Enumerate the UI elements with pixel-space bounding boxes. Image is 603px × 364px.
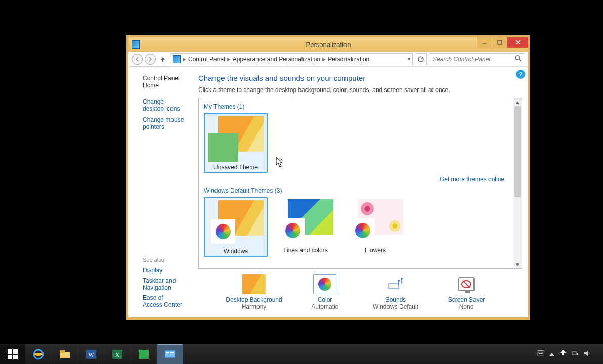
theme-preview [208, 116, 264, 162]
window-title: Personalization [128, 41, 528, 49]
setting-screen-saver[interactable]: Screen Saver None [431, 274, 502, 310]
svg-line-5 [519, 59, 521, 61]
theme-label: Flowers [365, 247, 386, 254]
search-box[interactable] [429, 53, 525, 65]
default-themes-header: Windows Default Themes (3) [204, 187, 508, 194]
taskbar-control-panel[interactable] [157, 344, 183, 365]
sidebar-change-desktop-icons[interactable]: Change desktop icons [143, 98, 184, 112]
theme-flowers[interactable]: Flowers [343, 197, 407, 257]
see-also-header: See also [143, 257, 184, 263]
page-subtitle: Click a theme to change the desktop back… [198, 86, 522, 94]
svg-point-4 [515, 56, 520, 60]
svg-rect-26 [170, 352, 174, 353]
svg-rect-35 [572, 352, 576, 355]
tray-volume-icon[interactable] [584, 350, 591, 358]
tray-action-center-icon[interactable] [559, 350, 567, 358]
personalization-window: Personalization ▶ Control Panel [126, 35, 530, 320]
svg-marker-34 [560, 350, 566, 353]
up-button[interactable] [158, 54, 168, 64]
my-themes-header: My Themes (1) [204, 103, 508, 110]
close-button[interactable] [507, 37, 528, 48]
themes-scrollbar[interactable]: ▲ ▼ [513, 98, 522, 268]
theme-label: Lines and colors [283, 247, 327, 254]
sidebar: Control Panel Home Change desktop icons … [128, 67, 193, 317]
minimize-button[interactable] [477, 37, 492, 48]
setting-label: Screen Saver [448, 296, 485, 303]
taskbar-word[interactable]: W [78, 344, 104, 365]
my-themes-row: Unsaved Theme [204, 113, 508, 173]
sidebar-control-panel-home[interactable]: Control Panel Home [143, 75, 184, 89]
svg-point-16 [34, 353, 43, 356]
svg-rect-29 [540, 352, 541, 353]
see-also-display[interactable]: Display [143, 267, 184, 274]
breadcrumb-personalization[interactable]: Personalization [328, 56, 369, 63]
see-also-taskbar[interactable]: Taskbar and Navigation [143, 277, 184, 291]
svg-rect-36 [577, 353, 578, 355]
setting-value: Harmony [242, 303, 267, 310]
nav-bar: ▶ Control Panel ▶ Appearance and Persona… [128, 52, 528, 67]
svg-rect-1 [498, 40, 502, 44]
taskbar-ie[interactable] [25, 344, 52, 365]
theme-windows[interactable]: Windows [204, 197, 268, 257]
start-button[interactable] [0, 344, 25, 365]
theme-preview [348, 199, 403, 245]
see-also-ease-of-access[interactable]: Ease of Access Center [143, 294, 184, 308]
taskbar-app-green[interactable] [131, 344, 157, 365]
svg-text:X: X [115, 351, 119, 358]
system-tray [530, 350, 603, 358]
svg-rect-24 [165, 350, 175, 358]
tray-keyboard-icon[interactable] [537, 350, 544, 358]
search-input[interactable] [433, 56, 514, 63]
tray-network-icon[interactable] [572, 350, 579, 358]
address-bar[interactable]: ▶ Control Panel ▶ Appearance and Persona… [170, 53, 413, 65]
theme-preview [278, 199, 333, 245]
get-more-themes-link[interactable]: Get more themes online [204, 176, 504, 183]
settings-strip: Desktop Background Harmony Color Automat… [198, 269, 522, 312]
svg-rect-31 [542, 352, 543, 353]
svg-rect-32 [539, 353, 543, 354]
sidebar-change-mouse-pointers[interactable]: Change mouse pointers [143, 116, 184, 130]
svg-rect-27 [537, 351, 544, 355]
window-controls [477, 37, 528, 48]
svg-rect-12 [13, 349, 18, 354]
themes-panel: My Themes (1) Unsaved Theme Get more the… [198, 98, 522, 269]
taskbar-explorer[interactable] [52, 344, 78, 365]
maximize-button[interactable] [492, 37, 507, 48]
setting-label: Sounds [385, 296, 406, 303]
setting-sounds[interactable]: Sounds Windows Default [360, 274, 431, 310]
setting-label: Color [318, 296, 332, 303]
svg-rect-11 [8, 349, 12, 354]
address-dropdown-icon[interactable]: ▾ [408, 56, 410, 62]
breadcrumb-control-panel[interactable]: Control Panel [188, 56, 225, 63]
color-icon [313, 274, 336, 294]
page-heading: Change the visuals and sounds on your co… [198, 74, 522, 82]
setting-color[interactable]: Color Automatic [289, 274, 360, 310]
scroll-thumb[interactable] [514, 106, 521, 197]
main-content: ? Change the visuals and sounds on your … [193, 67, 528, 317]
svg-rect-25 [166, 352, 169, 353]
theme-preview [208, 200, 264, 246]
sounds-icon [384, 274, 407, 294]
theme-unsaved[interactable]: Unsaved Theme [204, 113, 268, 173]
setting-label: Desktop Background [226, 296, 282, 303]
desktop-background-icon [242, 274, 266, 294]
theme-label: Windows [224, 248, 248, 255]
svg-rect-13 [8, 355, 12, 359]
setting-desktop-background[interactable]: Desktop Background Harmony [219, 274, 289, 310]
theme-lines-and-colors[interactable]: Lines and colors [274, 197, 337, 257]
scroll-up-icon[interactable]: ▲ [513, 98, 522, 106]
svg-text:W: W [88, 351, 94, 358]
forward-button[interactable] [145, 54, 156, 65]
scroll-down-icon[interactable]: ▼ [513, 260, 522, 268]
svg-rect-23 [139, 350, 149, 359]
chevron-right-icon: ▶ [183, 57, 186, 62]
taskbar-excel[interactable]: X [104, 344, 131, 365]
tray-show-hidden-icon[interactable] [549, 353, 554, 356]
refresh-button[interactable] [415, 53, 427, 65]
setting-value: Windows Default [373, 303, 418, 310]
setting-value: None [459, 303, 474, 310]
search-icon[interactable] [514, 55, 522, 63]
breadcrumb-appearance[interactable]: Appearance and Personalization [233, 56, 320, 63]
help-button[interactable]: ? [516, 70, 525, 79]
back-button[interactable] [132, 54, 143, 65]
